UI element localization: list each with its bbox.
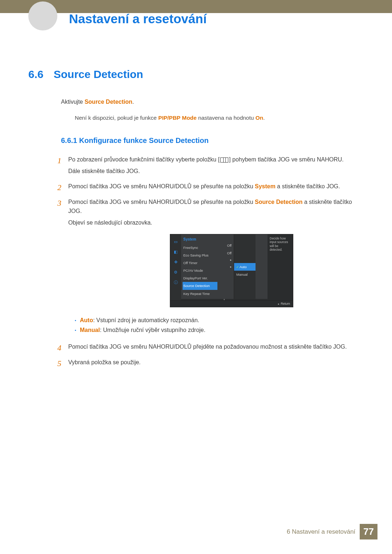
availability-note: Není k dispozici, pokud je funkce PIP/PB… (75, 115, 362, 121)
submenu-auto-label: Auto (240, 265, 247, 269)
bullet-auto-hl: Auto (80, 317, 93, 323)
pip-icon: ◧ (173, 250, 179, 255)
step4-text: Pomocí tlačítka JOG ve směru NAHORU/DOLŮ… (68, 342, 362, 352)
osd-center: System FreeSync Eco Saving Plus Off Time… (181, 234, 268, 300)
osd-val-freesync: Off (217, 242, 232, 249)
osd-main: ▭ ◧ ✥ ⚙ ⓘ System FreeSync Eco Sa (170, 234, 293, 300)
option-bullets: Auto: Vstupní zdroj je automaticky rozpo… (75, 315, 362, 335)
step2-pre: Pomocí tlačítka JOG ve směru NAHORU/DOLŮ… (68, 183, 255, 189)
osd-footer: ◂ Return (170, 300, 293, 307)
step-body: Pomocí tlačítka JOG ve směru NAHORU/DOLŮ… (68, 181, 362, 194)
osd-row-freesync: FreeSync (183, 245, 198, 250)
osd-row-eco: Eco Saving Plus (183, 253, 208, 258)
top-bar (0, 0, 392, 13)
info-icon: ⓘ (173, 280, 179, 285)
bullet-manual-txt: : Umožňuje ruční výběr vstupního zdroje. (100, 327, 205, 333)
display-icon: ✥ (173, 260, 179, 265)
note-hl2: On (256, 115, 264, 121)
step3-hl: Source Detection (255, 199, 303, 205)
note-prefix: Není k dispozici, pokud je funkce (75, 115, 158, 121)
intro-line: Aktivujte Source Detection. (61, 98, 362, 106)
osd-row-pcav: PC/AV Mode (183, 268, 203, 273)
back-icon: ◂ (278, 302, 279, 306)
step-body: Pomocí tlačítka JOG ve směru NAHORU/DOLŮ… (68, 341, 362, 354)
page-number: 77 (360, 524, 377, 539)
osd-menu: ▭ ◧ ✥ ⚙ ⓘ System FreeSync Eco Sa (170, 234, 293, 307)
step-body: Vybraná položka se použije. (68, 357, 362, 370)
step-number: 3 (57, 197, 68, 338)
page-footer: 6 Nastavení a resetování 77 (287, 524, 377, 539)
intro-suffix: . (132, 99, 134, 105)
step-body: Pomocí tlačítka JOG ve směru NAHORU/DOLŮ… (68, 197, 362, 338)
section-heading: 6.6 Source Detection (28, 68, 362, 81)
step2-hl: System (255, 183, 275, 189)
step-5: 5 Vybraná položka se použije. (57, 357, 362, 370)
step-number: 4 (57, 341, 68, 354)
footer-label: 6 Nastavení a resetování (287, 528, 355, 535)
chapter-badge (28, 1, 57, 30)
step3-pre: Pomocí tlačítka JOG ve směru NAHORU/DOLŮ… (68, 199, 255, 205)
bullet-auto-txt: : Vstupní zdroj je automaticky rozpoznán… (93, 317, 199, 323)
note-hl1: PIP/PBP Mode (158, 115, 197, 121)
step-number: 2 (57, 181, 68, 194)
intro-highlight: Source Detection (85, 99, 132, 105)
page-content: 6.6 Source Detection Aktivujte Source De… (28, 68, 362, 373)
step2-post: a stiskněte tlačítko JOG. (275, 183, 340, 189)
chapter-title: Nastavení a resetování (69, 12, 207, 26)
submenu-manual: Manual (234, 271, 256, 278)
step5-text: Vybraná položka se použije. (68, 358, 362, 367)
step-number: 1 (57, 154, 68, 178)
osd-screenshot: ▭ ◧ ✥ ⚙ ⓘ System FreeSync Eco Sa (101, 234, 362, 307)
step-number: 5 (57, 357, 68, 370)
system-icon: ⚙ (173, 270, 179, 275)
check-icon: ✔ (236, 266, 239, 269)
step-4: 4 Pomocí tlačítka JOG ve směru NAHORU/DO… (57, 341, 362, 354)
osd-row-offtimer: Off Timer (183, 260, 197, 266)
step-2: 2 Pomocí tlačítka JOG ve směru NAHORU/DO… (57, 181, 362, 194)
bullet-manual: Manual: Umožňuje ruční výběr vstupního z… (75, 325, 362, 335)
note-mid: nastavena na hodnotu (197, 115, 256, 121)
osd-row-dp: DisplayPort Ver. (183, 275, 208, 281)
step1-a-pre: Po zobrazení průvodce funkčními tlačítky… (68, 156, 220, 163)
osd-values-col: Off Off ▸ ▸ (217, 234, 234, 299)
step3-b: Objeví se následující obrazovka. (68, 218, 362, 227)
section-number: 6.6 (28, 68, 44, 81)
bullet-auto: Auto: Vstupní zdroj je automaticky rozpo… (75, 315, 362, 325)
step-3: 3 Pomocí tlačítka JOG ve směru NAHORU/DO… (57, 197, 362, 338)
picture-icon: ▭ (173, 239, 179, 245)
note-suffix: . (263, 115, 265, 121)
subsection-heading: 6.6.1 Konfigurace funkce Source Detectio… (61, 136, 362, 145)
step-body: Po zobrazení průvodce funkčními tlačítky… (68, 154, 362, 178)
osd-submenu: ✔Auto Manual (234, 234, 256, 299)
step1-b: Dále stiskněte tlačítko JOG. (68, 167, 362, 176)
step1-a-post: ] pohybem tlačítka JOG ve směru NAHORU. (229, 156, 344, 163)
caret-icon: ▸ (217, 264, 232, 271)
caret-icon: ▸ (217, 257, 232, 264)
osd-row-keyrepeat: Key Repeat Time (183, 291, 210, 296)
osd-labels-col: System FreeSync Eco Saving Plus Off Time… (181, 234, 217, 299)
osd-val-eco: Off (217, 249, 232, 257)
osd-sidebar: ▭ ◧ ✥ ⚙ ⓘ (170, 234, 181, 300)
osd-hint: Decide how input sources will be detecte… (268, 234, 293, 300)
submenu-auto: ✔Auto (234, 263, 256, 271)
osd-category: System (183, 236, 217, 244)
osd-row-source: Source Detection (183, 283, 210, 288)
intro-prefix: Aktivujte (61, 99, 85, 105)
section-title: Source Detection (54, 68, 143, 81)
bullet-manual-hl: Manual (80, 327, 100, 333)
osd-return-label: Return (281, 301, 290, 307)
menu-icon (220, 157, 228, 163)
step-1: 1 Po zobrazení průvodce funkčními tlačít… (57, 154, 362, 178)
